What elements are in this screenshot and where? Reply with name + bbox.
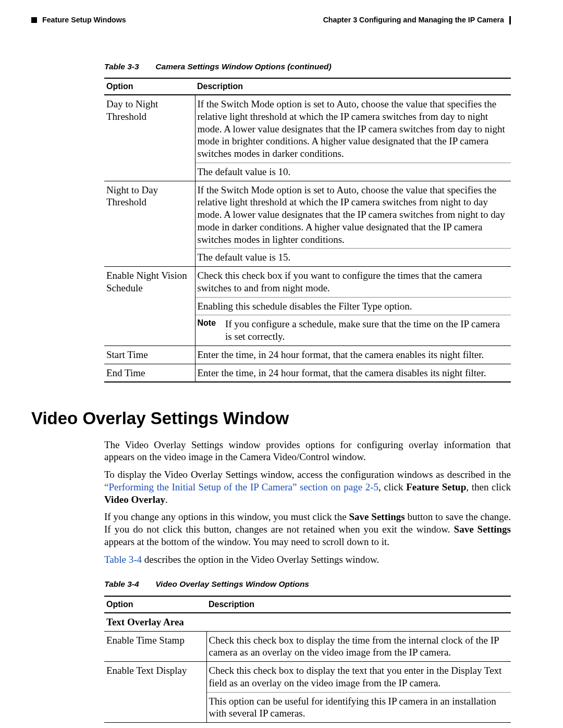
table-row: Option Description	[104, 79, 511, 94]
opt-cell: Enable Night Vision Schedule	[104, 267, 195, 297]
desc-cell: Check this check box to display the time…	[206, 632, 511, 662]
table-row: The default value is 15.	[104, 249, 511, 266]
body-paragraph: The Video Overlay Settings window provid…	[104, 439, 511, 464]
table-3-4-title: Video Overlay Settings Window Options	[155, 579, 309, 588]
desc-cell: Enter the time, in 24 hour format, that …	[195, 364, 511, 382]
desc-text: This option can be useful for identifyin…	[209, 695, 509, 720]
table-3-3-caption: Table 3-3 Camera Settings Window Options…	[104, 61, 511, 71]
table-3-4-number: Table 3-4	[104, 579, 153, 589]
table-3-3-title: Camera Settings Window Options (continue…	[155, 62, 331, 71]
desc-cell: The default value is 15.	[195, 249, 511, 266]
body-paragraph: Table 3-4 describes the option in the Vi…	[104, 553, 511, 566]
table-row: Note If you configure a schedule, make s…	[104, 315, 511, 346]
desc-cell: Enter the time, in 24 hour format, that …	[195, 346, 511, 364]
note-text: If you configure a schedule, make sure t…	[225, 318, 509, 343]
table-row: The default value is 10.	[104, 163, 511, 180]
desc-cell: If the Switch Mode option is set to Auto…	[195, 181, 511, 249]
table-row: This option can be useful for identifyin…	[104, 692, 511, 722]
desc-cell: Check this check box to display the text…	[206, 662, 511, 692]
note-label: Note	[198, 318, 216, 343]
section-header-text: Text Overlay Area	[104, 613, 511, 631]
th-description: Description	[195, 79, 511, 94]
desc-text: If the Switch Mode option is set to Auto…	[198, 98, 509, 160]
desc-cell: Note If you configure a schedule, make s…	[195, 315, 511, 346]
table-3-3-number: Table 3-3	[104, 61, 153, 71]
desc-cell: The default value is 10.	[195, 163, 511, 180]
table-3-4: Option Description Text Overlay Area Ena…	[104, 597, 511, 722]
bold-text: Save Settings	[349, 511, 405, 522]
bold-text: Video Overlay	[104, 494, 165, 505]
desc-cell: Check this check box if you want to conf…	[195, 267, 511, 297]
header-bar-icon	[509, 16, 511, 24]
th-option: Option	[104, 597, 206, 612]
table-section-header: Text Overlay Area	[104, 613, 511, 631]
bold-text: Save Settings	[454, 524, 511, 535]
table-row: Enable Night Vision Schedule Check this …	[104, 267, 511, 297]
opt-cell: Start Time	[104, 346, 195, 364]
opt-cell: Day to Night Threshold	[104, 95, 195, 163]
body-paragraph: To display the Video Overlay Settings wi…	[104, 468, 511, 505]
desc-cell: This option can be useful for identifyin…	[206, 692, 511, 722]
bold-text: Feature Setup	[406, 482, 466, 492]
xref-link[interactable]: “Performing the Initial Setup of the IP …	[104, 482, 378, 492]
opt-cell: Enable Text Display	[104, 662, 206, 692]
desc-text: The default value is 15.	[198, 251, 509, 264]
table-3-4-caption: Table 3-4 Video Overlay Settings Window …	[104, 579, 511, 589]
section-title: Video Overlay Settings Window	[31, 408, 511, 429]
desc-cell: If the Switch Mode option is set to Auto…	[195, 95, 511, 163]
th-option: Option	[104, 79, 195, 94]
table-row: Enabling this schedule disables the Filt…	[104, 297, 511, 315]
table-3-3: Option Description Day to Night Threshol…	[104, 79, 511, 381]
section-body: The Video Overlay Settings window provid…	[104, 439, 511, 566]
body-paragraph: If you change any options in this window…	[104, 511, 511, 548]
table-row: Night to Day Threshold If the Switch Mod…	[104, 181, 511, 249]
th-description: Description	[206, 597, 511, 612]
opt-cell: End Time	[104, 364, 195, 382]
table-row: Day to Night Threshold If the Switch Mod…	[104, 95, 511, 163]
desc-text: Enabling this schedule disables the Filt…	[198, 300, 509, 313]
xref-link[interactable]: Table 3-4	[104, 554, 142, 565]
table-row: Start Time Enter the time, in 24 hour fo…	[104, 346, 511, 364]
desc-cell: Enabling this schedule disables the Filt…	[195, 297, 511, 315]
desc-text: The default value is 10.	[198, 166, 509, 178]
opt-cell: Enable Time Stamp	[104, 632, 206, 662]
table-row: Enable Text Display Check this check box…	[104, 662, 511, 692]
opt-cell: Night to Day Threshold	[104, 181, 195, 249]
header-section: Feature Setup Windows	[42, 16, 126, 25]
desc-text: Check this check box to display the text…	[209, 664, 509, 689]
page-header: Feature Setup Windows Chapter 3 Configur…	[31, 16, 511, 25]
table-row: Option Description	[104, 597, 511, 612]
table-row: Enable Time Stamp Check this check box t…	[104, 632, 511, 662]
header-chapter: Chapter 3 Configuring and Managing the I…	[323, 16, 504, 25]
desc-text: Check this check box if you want to conf…	[198, 269, 509, 294]
header-bullet-icon	[31, 17, 37, 23]
desc-text: If the Switch Mode option is set to Auto…	[198, 184, 509, 246]
table-row: End Time Enter the time, in 24 hour form…	[104, 364, 511, 382]
